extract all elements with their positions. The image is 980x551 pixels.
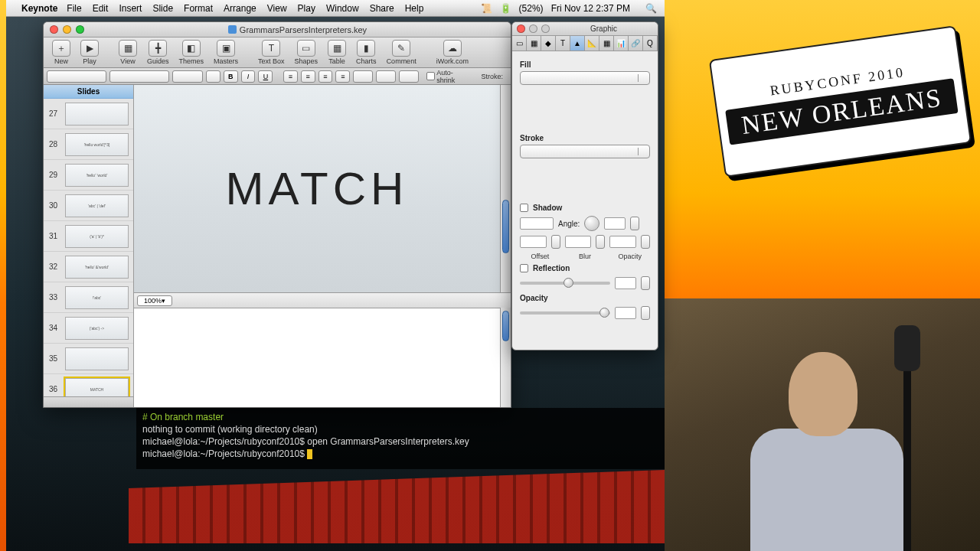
zoom-select[interactable]: 100% ▾ xyxy=(137,295,172,306)
slide-thumbnail[interactable]: 33!'abc' xyxy=(44,282,133,313)
slide-canvas[interactable]: MATCH xyxy=(134,85,500,292)
inspector-tab-document[interactable]: ▭ xyxy=(512,36,527,51)
angle-stepper[interactable] xyxy=(630,217,639,230)
slide-thumbnail[interactable]: 29'hello' 'world' xyxy=(44,160,133,191)
mac-menubar[interactable]: Keynote File Edit Insert Slide Format Ar… xyxy=(6,0,665,17)
toolbar-play[interactable]: ▶Play xyxy=(77,40,103,65)
reflection-slider[interactable] xyxy=(520,282,610,285)
toolbar-masters[interactable]: ▣Masters xyxy=(210,40,242,65)
opacity-field[interactable] xyxy=(615,307,636,319)
align-justify-button[interactable]: ≡ xyxy=(335,70,350,83)
align-center-button[interactable]: ≡ xyxy=(301,70,315,83)
list-select[interactable] xyxy=(399,70,419,83)
inspector-tabs[interactable]: ▭ ▦ ◆ T ▲ 📐 ▦ 📊 🔗 Q xyxy=(512,36,658,51)
italic-button[interactable]: I xyxy=(241,70,256,83)
inspector-tab-table[interactable]: ▦ xyxy=(599,36,614,51)
shadow-checkbox[interactable] xyxy=(520,204,528,212)
underline-button[interactable]: U xyxy=(258,70,273,83)
menu-slide[interactable]: Slide xyxy=(152,3,173,14)
slide-thumbnail[interactable]: 27 xyxy=(44,99,133,129)
menu-file[interactable]: File xyxy=(67,3,81,14)
notes-scrollbar[interactable] xyxy=(500,308,511,407)
canvas-scrollbar[interactable] xyxy=(500,85,511,292)
presenter-notes[interactable] xyxy=(134,308,500,407)
inspector-close-button[interactable] xyxy=(517,24,525,33)
keynote-titlebar[interactable]: GrammarsParsersInterpreters.key xyxy=(44,22,511,37)
columns-select[interactable] xyxy=(376,70,396,83)
close-button[interactable] xyxy=(50,25,58,34)
opacity-stepper[interactable] xyxy=(641,306,650,320)
slide-thumbnail[interactable]: 36MATCH xyxy=(44,374,133,396)
inspector-tab-qt[interactable]: Q xyxy=(643,36,658,51)
angle-knob[interactable] xyxy=(584,216,599,231)
offset-field[interactable] xyxy=(520,236,547,248)
slide-thumbnail[interactable]: 30'abc' | 'def' xyxy=(44,191,133,221)
toolbar-table[interactable]: ▦Table xyxy=(324,40,350,65)
inspector-tab-text[interactable]: T xyxy=(556,36,570,51)
offset-stepper[interactable] xyxy=(551,235,560,249)
reflection-stepper[interactable] xyxy=(641,276,650,290)
opacity-slider[interactable] xyxy=(520,311,610,315)
menu-edit[interactable]: Edit xyxy=(93,3,109,14)
paragraph-style-select[interactable] xyxy=(47,70,106,83)
spacing-select[interactable] xyxy=(353,70,373,83)
scripts-menu-icon[interactable]: 📜 xyxy=(481,3,492,14)
text-color-button[interactable] xyxy=(206,70,220,83)
slide-thumbnail[interactable]: 34('abc') -> xyxy=(44,313,133,344)
slide-thumbnail[interactable]: 31('a' | 'b')* xyxy=(44,221,133,252)
toolbar-themes[interactable]: ◧Themes xyxy=(175,40,208,65)
blur-field[interactable] xyxy=(565,236,592,248)
menu-arrange[interactable]: Arrange xyxy=(224,3,256,14)
fill-select[interactable] xyxy=(520,71,650,85)
bold-button[interactable]: B xyxy=(224,70,238,83)
slide-thumbnail[interactable]: 32'hello' &'world' xyxy=(44,252,133,282)
minimize-button[interactable] xyxy=(63,25,71,34)
toolbar-guides[interactable]: ╋Guides xyxy=(143,40,173,65)
menubar-app-name[interactable]: Keynote xyxy=(21,3,57,14)
toolbar-new[interactable]: ＋New xyxy=(48,40,74,65)
menubar-clock[interactable]: Fri Nov 12 2:37 PM xyxy=(551,3,630,14)
autoshrink-checkbox[interactable] xyxy=(426,72,434,80)
menu-window[interactable]: Window xyxy=(326,3,359,14)
menu-help[interactable]: Help xyxy=(405,3,424,14)
toolbar-charts[interactable]: ▮Charts xyxy=(352,40,381,65)
inspector-tab-chart[interactable]: 📊 xyxy=(614,36,629,51)
shadow-opacity-field[interactable] xyxy=(609,236,636,248)
inspector-tab-build[interactable]: ◆ xyxy=(541,36,556,51)
reflection-field[interactable] xyxy=(615,277,636,289)
inspector-tab-link[interactable]: 🔗 xyxy=(629,36,643,51)
inspector-panel[interactable]: Graphic ▭ ▦ ◆ T ▲ 📐 ▦ 📊 🔗 Q Fill Stroke … xyxy=(511,21,658,350)
font-size-select[interactable] xyxy=(172,70,203,83)
slide-text[interactable]: MATCH xyxy=(226,162,409,215)
menu-share[interactable]: Share xyxy=(370,3,394,14)
slide-thumbnail[interactable]: 35 xyxy=(44,344,133,374)
inspector-tab-slide[interactable]: ▦ xyxy=(527,36,541,51)
stroke-select[interactable] xyxy=(520,145,650,158)
toolbar-iwork[interactable]: ☁iWork.com xyxy=(433,40,472,65)
menu-insert[interactable]: Insert xyxy=(119,3,142,14)
inspector-tab-metrics[interactable]: 📐 xyxy=(585,36,599,51)
inspector-zoom-button[interactable] xyxy=(541,24,550,33)
font-family-select[interactable] xyxy=(109,70,169,83)
blur-stepper[interactable] xyxy=(596,235,605,249)
terminal-window[interactable]: # On branch master nothing to commit (wo… xyxy=(136,408,665,469)
battery-icon[interactable]: 🔋 xyxy=(500,3,511,14)
align-right-button[interactable]: ≡ xyxy=(318,70,333,83)
spotlight-icon[interactable]: 🔍 xyxy=(645,3,657,14)
menu-view[interactable]: View xyxy=(267,3,287,14)
reflection-checkbox[interactable] xyxy=(520,264,528,272)
align-left-button[interactable]: ≡ xyxy=(283,70,298,83)
slide-list[interactable]: 2728'hello world'[^3]29'hello' 'world'30… xyxy=(44,99,133,396)
menu-play[interactable]: Play xyxy=(298,3,315,14)
toolbar-textbox[interactable]: TText Box xyxy=(254,40,289,65)
toolbar-view[interactable]: ▦View xyxy=(115,40,141,65)
slide-thumbnail[interactable]: 28'hello world'[^3] xyxy=(44,129,133,160)
shadow-opacity-stepper[interactable] xyxy=(641,235,650,249)
shadow-color-well[interactable] xyxy=(520,217,554,230)
toolbar-shapes[interactable]: ▭Shapes xyxy=(291,40,322,65)
inspector-tab-graphic[interactable]: ▲ xyxy=(570,36,585,51)
angle-field[interactable] xyxy=(604,217,626,230)
inspector-min-button[interactable] xyxy=(529,24,537,33)
toolbar-comment[interactable]: ✎Comment xyxy=(383,40,420,65)
menu-format[interactable]: Format xyxy=(184,3,213,14)
